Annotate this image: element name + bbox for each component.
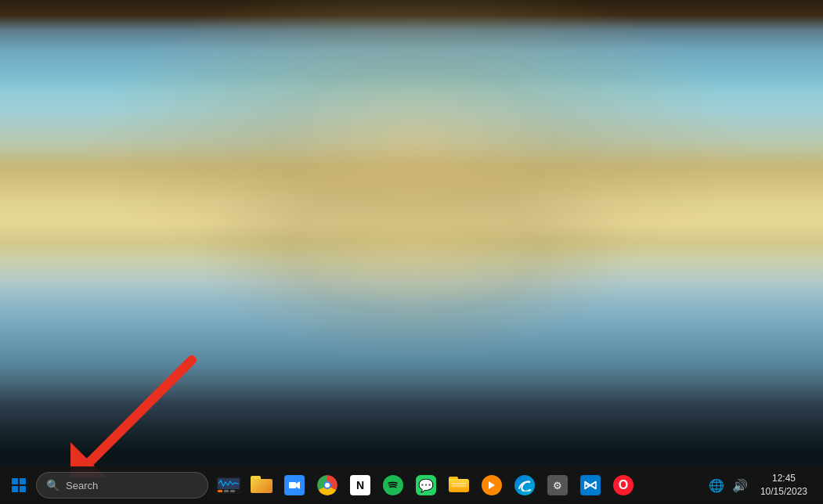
svg-line-1	[90, 360, 192, 462]
instruction-arrow	[70, 352, 204, 477]
svg-rect-5	[224, 490, 229, 492]
clock-time: 12:45	[760, 472, 807, 485]
system-clock[interactable]: 12:45 10/15/2023	[754, 470, 814, 500]
taskbar-app-spotify[interactable]	[377, 470, 409, 501]
system-tray: 🌐 🔊 12:45 10/15/2023	[707, 470, 820, 500]
taskbar-app-notion[interactable]: N	[345, 470, 376, 501]
taskbar-app-whatsapp[interactable]: 💬	[410, 470, 442, 501]
spotify-icon	[383, 475, 403, 495]
taskbar-app-file-explorer[interactable]	[246, 470, 277, 501]
taskbar-apps: N 💬	[213, 470, 706, 501]
search-label: Search	[66, 480, 98, 491]
zoom-icon	[284, 475, 305, 495]
whatsapp-icon: 💬	[416, 475, 436, 495]
start-button[interactable]	[3, 470, 34, 501]
taskbar-app-zoom[interactable]	[279, 470, 310, 501]
vscode-icon	[580, 475, 601, 495]
network-tray-icon[interactable]: 🌐	[707, 477, 726, 495]
svg-marker-9	[489, 481, 495, 489]
windows-logo-icon	[12, 478, 26, 492]
svg-rect-7	[289, 482, 296, 488]
taskbar-app-winamp[interactable]	[213, 470, 244, 501]
settings-icon: ⚙	[547, 475, 568, 495]
svg-rect-4	[218, 490, 222, 492]
search-bar[interactable]: 🔍 Search	[36, 472, 208, 499]
taskbar-app-vlc[interactable]	[476, 470, 507, 501]
svg-marker-8	[296, 481, 300, 489]
taskbar-app-vscode[interactable]	[575, 470, 606, 501]
taskbar-app-files[interactable]	[443, 470, 475, 501]
taskbar-app-opera[interactable]: O	[608, 470, 639, 501]
taskbar: 🔍 Search	[0, 466, 823, 504]
opera-icon: O	[613, 475, 633, 495]
clock-date: 10/15/2023	[760, 485, 807, 499]
desktop: 🔍 Search	[0, 0, 823, 504]
taskbar-app-settings[interactable]: ⚙	[542, 470, 573, 501]
taskbar-app-chrome[interactable]	[312, 470, 343, 501]
taskbar-app-edge-beta[interactable]	[509, 470, 540, 501]
search-icon: 🔍	[46, 479, 60, 491]
svg-rect-6	[230, 490, 235, 492]
volume-tray-icon[interactable]: 🔊	[731, 477, 749, 495]
notion-icon: N	[350, 475, 370, 495]
